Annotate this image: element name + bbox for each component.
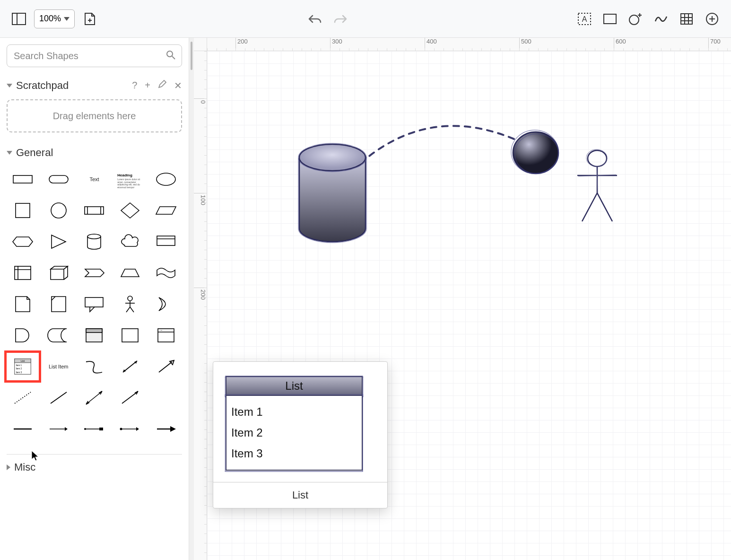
canvas-shape-cylinder[interactable]: [292, 139, 373, 245]
scratchpad-header[interactable]: Scratchpad ? + ✕: [7, 76, 182, 96]
scratchpad-edit-icon[interactable]: [158, 80, 166, 91]
shape-actor[interactable]: [114, 290, 146, 318]
canvas-shape-actor[interactable]: [574, 148, 621, 224]
shape-list-item[interactable]: List Item: [43, 353, 75, 380]
svg-rect-18: [13, 175, 32, 183]
svg-rect-39: [86, 329, 102, 332]
misc-header[interactable]: Misc: [7, 454, 182, 477]
shape-cloud[interactable]: [114, 228, 146, 255]
search-input[interactable]: [7, 44, 182, 67]
table-tool-button[interactable]: [677, 9, 696, 28]
shape-palette: Text HeadingLorem ipsum dolor sit amet, …: [7, 163, 182, 452]
preview-list-shape: List Item 1 Item 2 Item 3: [226, 376, 363, 471]
scratchpad-dropzone[interactable]: Drag elements here: [7, 99, 182, 132]
svg-line-53: [51, 392, 67, 403]
shape-heading[interactable]: HeadingLorem ipsum dolor sit amet, conse…: [114, 166, 146, 193]
misc-title: Misc: [14, 461, 35, 473]
shape-container[interactable]: [78, 322, 111, 349]
shape-line[interactable]: [43, 384, 75, 411]
shape-or[interactable]: [150, 290, 182, 318]
shape-connector4[interactable]: [150, 415, 182, 443]
search-icon: [166, 50, 175, 61]
svg-point-26: [87, 234, 101, 239]
shape-internal-storage[interactable]: [7, 259, 39, 287]
svg-text:−: −: [160, 329, 162, 332]
undo-button[interactable]: [305, 9, 324, 28]
rectangle-tool-button[interactable]: [600, 9, 619, 28]
shape-connector1[interactable]: [43, 415, 75, 443]
shape-text[interactable]: Text: [78, 166, 111, 193]
svg-text:Item 1: Item 1: [16, 364, 22, 367]
shape-arrow[interactable]: [150, 353, 182, 380]
ruler-vertical: 0 100 200: [194, 51, 207, 560]
shape-hexagon[interactable]: [7, 228, 39, 255]
zoom-value: 100%: [39, 14, 61, 24]
svg-point-65: [299, 144, 366, 171]
shape-square[interactable]: [7, 197, 39, 224]
shape-collapsible[interactable]: −: [150, 322, 182, 349]
shape-connector2[interactable]: [78, 415, 111, 443]
preview-list-item: Item 1: [231, 402, 357, 422]
ellipse-tool-button[interactable]: [626, 9, 645, 28]
shape-hline[interactable]: [7, 415, 39, 443]
scratchpad-close-icon[interactable]: ✕: [174, 80, 182, 91]
shape-connector3[interactable]: [114, 415, 146, 443]
shape-diamond[interactable]: [114, 197, 146, 224]
shape-process[interactable]: [78, 197, 111, 224]
ruler-corner: [194, 38, 207, 51]
preview-list-title: List: [285, 379, 303, 393]
shape-parallelogram[interactable]: [150, 197, 182, 224]
scratchpad-add-icon[interactable]: +: [145, 80, 150, 91]
general-header[interactable]: General: [7, 143, 182, 163]
shape-bidir-thin-arrow[interactable]: [78, 384, 111, 411]
shape-rounded-rectangle[interactable]: [43, 166, 75, 193]
sidebar-splitter[interactable]: [189, 38, 194, 560]
shape-note[interactable]: [7, 290, 39, 318]
shape-thin-arrow[interactable]: [114, 384, 146, 411]
svg-line-51: [159, 362, 172, 372]
svg-line-36: [126, 307, 130, 312]
shape-dashed-line[interactable]: [7, 384, 39, 411]
svg-rect-32: [85, 298, 103, 307]
shape-rect3[interactable]: [114, 322, 146, 349]
svg-point-33: [128, 296, 132, 301]
svg-point-71: [586, 149, 607, 166]
scratchpad-help-icon[interactable]: ?: [132, 80, 137, 91]
shape-callout[interactable]: [78, 290, 111, 318]
shape-callout-rect[interactable]: [150, 228, 182, 255]
shape-step[interactable]: [78, 259, 111, 287]
shape-datastore[interactable]: [43, 322, 75, 349]
shape-card[interactable]: [43, 290, 75, 318]
shape-rectangle[interactable]: [7, 166, 39, 193]
svg-line-50: [123, 361, 137, 372]
shape-bidir-arrow[interactable]: [114, 353, 146, 380]
shape-tape[interactable]: [150, 259, 182, 287]
shape-list[interactable]: ListItem 1Item 2Item 3: [7, 353, 39, 380]
chevron-down-icon: [7, 151, 12, 155]
add-button[interactable]: [703, 9, 722, 28]
zoom-select[interactable]: 100%: [34, 9, 75, 28]
toggle-sidebar-button[interactable]: [9, 9, 28, 28]
text-tool-button[interactable]: A: [575, 9, 594, 28]
shape-curve[interactable]: [78, 353, 111, 380]
shape-and[interactable]: [7, 322, 39, 349]
svg-line-54: [87, 392, 101, 403]
svg-rect-29: [15, 266, 31, 280]
preview-list-item: Item 3: [231, 443, 357, 464]
canvas[interactable]: List Item 1 Item 2 Item 3 List: [207, 51, 731, 560]
freehand-tool-button[interactable]: [652, 9, 670, 28]
shape-cylinder[interactable]: [78, 228, 111, 255]
shape-circle[interactable]: [43, 197, 75, 224]
canvas-shape-sphere[interactable]: [510, 129, 562, 176]
shape-triangle[interactable]: [43, 228, 75, 255]
shape-cube[interactable]: [43, 259, 75, 287]
new-page-button[interactable]: [80, 9, 99, 28]
svg-point-60: [84, 428, 86, 430]
sidebar: Scratchpad ? + ✕ Drag elements here Gene…: [0, 38, 189, 560]
svg-point-20: [157, 173, 175, 185]
shape-trapezoid[interactable]: [114, 259, 146, 287]
redo-button[interactable]: [331, 9, 350, 28]
chevron-down-icon: [7, 84, 12, 88]
shape-ellipse[interactable]: [150, 166, 182, 193]
svg-text:Item 2: Item 2: [16, 368, 22, 370]
